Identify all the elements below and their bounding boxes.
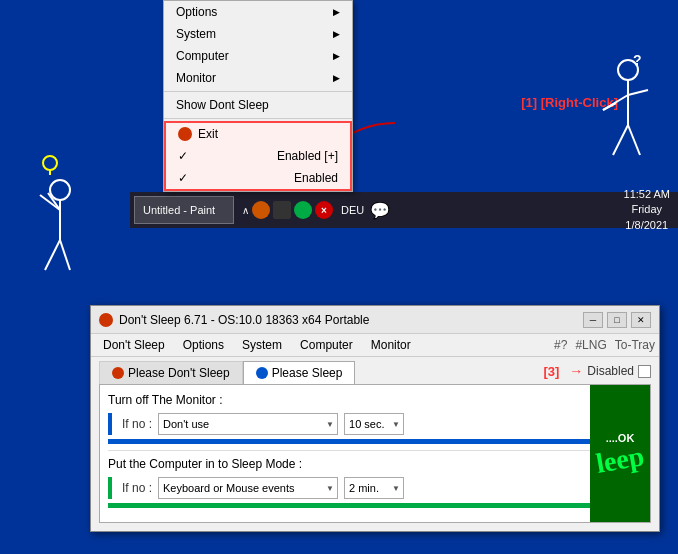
taskbar-tray-area: ∧ × bbox=[242, 201, 333, 219]
menu-divider-2 bbox=[164, 118, 352, 119]
svg-point-9 bbox=[43, 156, 57, 170]
monitor-indicator-bar bbox=[108, 413, 112, 435]
desktop: Options System Computer Monitor Show Don… bbox=[0, 0, 678, 554]
menu-item-enabled[interactable]: ✓ Enabled bbox=[166, 167, 350, 189]
maximize-button[interactable]: □ bbox=[607, 312, 627, 328]
app-window: Don't Sleep 6.71 - OS:10.0 18363 x64 Por… bbox=[90, 305, 660, 532]
menu-bar: Don't Sleep Options System Computer Moni… bbox=[91, 334, 659, 357]
check-icon-2: ✓ bbox=[178, 171, 188, 185]
tab-icon-sleep bbox=[256, 367, 268, 379]
menu-item-system[interactable]: System bbox=[164, 23, 352, 45]
disabled-checkbox[interactable] bbox=[638, 365, 651, 378]
menu-system[interactable]: System bbox=[234, 336, 290, 354]
app-title-icon bbox=[99, 313, 113, 327]
menu-computer[interactable]: Computer bbox=[292, 336, 361, 354]
monitor-control-row: If no : Don't use 10 sec. bbox=[108, 413, 642, 435]
menu-to-tray[interactable]: To-Tray bbox=[615, 338, 655, 352]
svg-line-7 bbox=[628, 125, 640, 155]
sleep-main-select[interactable]: Keyboard or Mouse events bbox=[158, 477, 338, 499]
svg-line-16 bbox=[60, 240, 70, 270]
side-decoration: ....OK leep bbox=[590, 385, 650, 522]
taskbar-clock: 11:52 AM Friday 1/8/2021 bbox=[624, 187, 670, 233]
menu-monitor[interactable]: Monitor bbox=[363, 336, 419, 354]
disabled-label: Disabled bbox=[587, 364, 634, 378]
sleep-time-select[interactable]: 2 min. bbox=[344, 477, 404, 499]
highlighted-section: Exit ✓ Enabled [+] ✓ Enabled bbox=[164, 121, 352, 191]
app-titlebar: Don't Sleep 6.71 - OS:10.0 18363 x64 Por… bbox=[91, 306, 659, 334]
tray-icon-1 bbox=[252, 201, 270, 219]
svg-point-11 bbox=[50, 180, 70, 200]
taskbar: Untitled - Paint ∧ × DEU 💬 11:52 AM Frid… bbox=[130, 192, 678, 228]
menu-item-exit[interactable]: Exit bbox=[166, 123, 350, 145]
check-icon: ✓ bbox=[178, 149, 188, 163]
svg-line-6 bbox=[613, 125, 628, 155]
tab-icon-dont-sleep bbox=[112, 367, 124, 379]
monitor-section-title: Turn off The Monitor : bbox=[108, 393, 642, 407]
menu-dont-sleep[interactable]: Don't Sleep bbox=[95, 336, 173, 354]
side-sleep-text: leep bbox=[593, 440, 646, 480]
svg-line-15 bbox=[45, 240, 60, 270]
sleep-progress-bar bbox=[108, 503, 642, 508]
context-menu: Options System Computer Monitor Show Don… bbox=[163, 0, 353, 192]
app-title: Don't Sleep 6.71 - OS:10.0 18363 x64 Por… bbox=[119, 313, 583, 327]
taskbar-app-paint[interactable]: Untitled - Paint bbox=[134, 196, 234, 224]
menu-item-monitor[interactable]: Monitor bbox=[164, 67, 352, 89]
keyboard-lang: DEU bbox=[341, 204, 364, 216]
menu-lng[interactable]: #LNG bbox=[575, 338, 606, 352]
minimize-button[interactable]: ─ bbox=[583, 312, 603, 328]
sleep-section-title: Put the Computer in to Sleep Mode : bbox=[108, 457, 642, 471]
monitor-time-select[interactable]: 10 sec. bbox=[344, 413, 404, 435]
sleep-control-row: If no : Keyboard or Mouse events 2 min. bbox=[108, 477, 642, 499]
message-icon: 💬 bbox=[370, 201, 390, 220]
close-button[interactable]: ✕ bbox=[631, 312, 651, 328]
monitor-section: Turn off The Monitor : If no : Don't use… bbox=[108, 393, 642, 444]
menu-divider bbox=[164, 91, 352, 92]
arrow-icon: → bbox=[569, 363, 583, 379]
exit-icon bbox=[178, 127, 192, 141]
sleep-time-select-wrapper: 2 min. bbox=[344, 477, 404, 499]
menu-item-show-dont-sleep[interactable]: Show Dont Sleep bbox=[164, 94, 352, 116]
monitor-main-select-wrapper: Don't use bbox=[158, 413, 338, 435]
monitor-if-no-label: If no : bbox=[122, 417, 152, 431]
tabs-row: Please Don't Sleep Please Sleep [3] → Di… bbox=[91, 357, 659, 384]
svg-text:?: ? bbox=[633, 55, 642, 68]
sleep-main-select-wrapper: Keyboard or Mouse events bbox=[158, 477, 338, 499]
menu-items-left: Don't Sleep Options System Computer Moni… bbox=[95, 336, 419, 354]
tab-please-dont-sleep[interactable]: Please Don't Sleep bbox=[99, 361, 243, 384]
menu-items-right: #? #LNG To-Tray bbox=[554, 338, 655, 352]
svg-line-5 bbox=[603, 103, 616, 110]
menu-item-options[interactable]: Options bbox=[164, 1, 352, 23]
menu-hash-question[interactable]: #? bbox=[554, 338, 567, 352]
tray-icon-3 bbox=[294, 201, 312, 219]
menu-item-computer[interactable]: Computer bbox=[164, 45, 352, 67]
monitor-time-select-wrapper: 10 sec. bbox=[344, 413, 404, 435]
tray-icon-x: × bbox=[315, 201, 333, 219]
section-divider bbox=[108, 450, 642, 451]
menu-options[interactable]: Options bbox=[175, 336, 232, 354]
tray-icon-2 bbox=[273, 201, 291, 219]
titlebar-controls: ─ □ ✕ bbox=[583, 312, 651, 328]
menu-item-enabled-plus[interactable]: ✓ Enabled [+] bbox=[166, 145, 350, 167]
chevron-up-icon[interactable]: ∧ bbox=[242, 205, 249, 216]
annotation-3: [3] bbox=[543, 364, 559, 379]
tab-please-sleep[interactable]: Please Sleep bbox=[243, 361, 356, 384]
content-area: Turn off The Monitor : If no : Don't use… bbox=[99, 384, 651, 523]
monitor-main-select[interactable]: Don't use bbox=[158, 413, 338, 435]
disabled-badge: [3] → Disabled bbox=[543, 363, 651, 379]
stick-figure-right: ? bbox=[578, 55, 658, 188]
sleep-if-no-label: If no : bbox=[122, 481, 152, 495]
monitor-progress-bar bbox=[108, 439, 642, 444]
sleep-indicator-bar bbox=[108, 477, 112, 499]
stick-figure-left bbox=[30, 155, 110, 288]
svg-line-4 bbox=[628, 90, 648, 95]
sleep-section: Put the Computer in to Sleep Mode : If n… bbox=[108, 457, 642, 508]
